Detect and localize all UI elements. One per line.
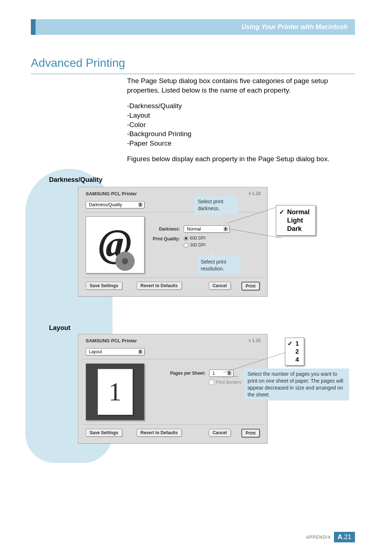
updown-arrows-icon: ▲▼ bbox=[139, 202, 142, 207]
radio-icon bbox=[184, 236, 188, 241]
updown-arrows-icon: ▲▼ bbox=[224, 227, 227, 231]
menu-item-label: 1 bbox=[295, 340, 299, 347]
version-label: v 1.10 bbox=[249, 338, 261, 343]
print-borders-checkbox[interactable]: Print Borders bbox=[209, 380, 241, 385]
menu-item-label: Normal bbox=[287, 208, 310, 216]
menu-item-label: Dark bbox=[287, 225, 302, 233]
darkness-value: Normal bbox=[187, 227, 201, 232]
title-rule bbox=[31, 74, 355, 74]
page-number-box: A.21 bbox=[334, 532, 355, 542]
radio-300dpi[interactable]: 300 DPI bbox=[184, 243, 205, 248]
pages-per-sheet-select[interactable]: 1 ▲▼ bbox=[209, 370, 233, 377]
header-accent bbox=[31, 19, 36, 35]
version-label: v 1.10 bbox=[249, 191, 261, 196]
page-footer: APPENDIX A.21 bbox=[306, 532, 355, 542]
print-button[interactable]: Print bbox=[241, 429, 260, 437]
callout-resolution: Select print resolution. bbox=[197, 256, 241, 274]
menu-item-1[interactable]: ✓1 bbox=[287, 339, 299, 348]
menu-item-dark[interactable]: Dark bbox=[279, 225, 310, 233]
cancel-button[interactable]: Cancel bbox=[209, 429, 231, 437]
preview-image: @ bbox=[86, 216, 144, 273]
label-pages-per-sheet: Pages per Sheet: bbox=[162, 371, 205, 376]
divider bbox=[82, 277, 264, 278]
properties-list: -Darkness/Quality -Layout -Color -Backgr… bbox=[127, 101, 345, 148]
checkbox-icon bbox=[209, 380, 214, 385]
list-item: -Color bbox=[127, 120, 345, 130]
list-item: -Layout bbox=[127, 111, 345, 120]
menu-item-normal[interactable]: ✓Normal bbox=[279, 208, 310, 216]
menu-item-label: 4 bbox=[295, 356, 299, 363]
page-prefix: A bbox=[338, 533, 342, 541]
printer-name: SAMSUNG PCL Printer bbox=[86, 338, 137, 343]
radio-label: 300 DPI bbox=[190, 243, 205, 248]
dialog-layout: SAMSUNG PCL Printer v 1.10 Layout ▲▼ 1 P… bbox=[78, 334, 268, 444]
save-settings-button[interactable]: Save Settings bbox=[86, 282, 122, 290]
tab-select-value: Layout bbox=[89, 349, 102, 354]
subhead-darkness-quality: Darkness/Quality bbox=[49, 176, 102, 184]
print-button[interactable]: Print bbox=[241, 282, 260, 290]
label-print-quality: Print Quality: bbox=[151, 236, 180, 241]
list-item: -Background Printing bbox=[127, 129, 345, 139]
page-title: Advanced Printing bbox=[31, 56, 125, 70]
menu-item-4[interactable]: 4 bbox=[287, 356, 299, 364]
check-icon: ✓ bbox=[287, 340, 293, 347]
subhead-layout: Layout bbox=[49, 324, 70, 332]
updown-arrows-icon: ▲▼ bbox=[139, 349, 142, 354]
pages-popup-menu[interactable]: ✓1 2 4 bbox=[285, 338, 304, 366]
section-title: Using Your Printer with Macintosh bbox=[241, 23, 348, 31]
page-number: .21 bbox=[342, 533, 351, 541]
layout-preview: 1 bbox=[86, 363, 144, 420]
tab-select[interactable]: Darkness/Quality ▲▼ bbox=[86, 201, 144, 208]
revert-defaults-button[interactable]: Revert to Defaults bbox=[136, 429, 182, 437]
flower-icon bbox=[115, 251, 135, 271]
divider bbox=[82, 359, 264, 359]
menu-item-2[interactable]: 2 bbox=[287, 348, 299, 356]
updown-arrows-icon: ▲▼ bbox=[228, 371, 231, 375]
printer-name: SAMSUNG PCL Printer bbox=[86, 191, 137, 196]
list-item: -Darkness/Quality bbox=[127, 101, 345, 111]
callout-pages-per-sheet: Select the number of pages you want to p… bbox=[244, 368, 349, 400]
darkness-popup-menu[interactable]: ✓Normal Light Dark bbox=[276, 205, 316, 236]
label-darkness: Darkness: bbox=[151, 227, 180, 232]
check-icon: ✓ bbox=[279, 208, 285, 216]
intro-text-block: The Page Setup dialog box contains five … bbox=[127, 76, 345, 170]
intro-paragraph: The Page Setup dialog box contains five … bbox=[127, 76, 345, 95]
radio-icon bbox=[184, 243, 188, 248]
save-settings-button[interactable]: Save Settings bbox=[86, 429, 122, 437]
checkbox-label: Print Borders bbox=[216, 380, 241, 385]
tab-select-value: Darkness/Quality bbox=[89, 202, 122, 207]
darkness-select[interactable]: Normal ▲▼ bbox=[184, 225, 230, 233]
callout-darkness: Select print darkness. bbox=[194, 196, 238, 214]
revert-defaults-button[interactable]: Revert to Defaults bbox=[136, 282, 182, 290]
cancel-button[interactable]: Cancel bbox=[209, 282, 231, 290]
radio-label: 600 DPI bbox=[190, 236, 205, 241]
menu-item-label: 2 bbox=[295, 348, 299, 355]
divider bbox=[82, 424, 264, 425]
tab-select[interactable]: Layout ▲▼ bbox=[86, 348, 144, 355]
preview-digit: 1 bbox=[109, 377, 122, 407]
pps-value: 1 bbox=[212, 371, 215, 376]
dialog-darkness-quality: SAMSUNG PCL Printer v 1.10 Darkness/Qual… bbox=[78, 187, 268, 297]
header-bar: Using Your Printer with Macintosh bbox=[36, 19, 355, 35]
intro-after: Figures below display each property in t… bbox=[127, 154, 345, 164]
preview-sheet-icon: 1 bbox=[98, 369, 133, 415]
appendix-label: APPENDIX bbox=[306, 535, 331, 540]
menu-item-label: Light bbox=[287, 217, 303, 224]
radio-600dpi[interactable]: 600 DPI bbox=[184, 236, 205, 241]
list-item: -Paper Source bbox=[127, 139, 345, 148]
menu-item-light[interactable]: Light bbox=[279, 216, 310, 225]
